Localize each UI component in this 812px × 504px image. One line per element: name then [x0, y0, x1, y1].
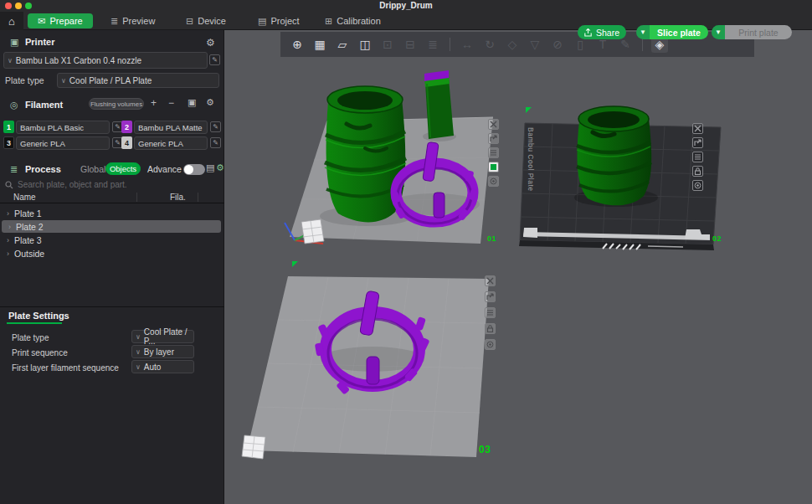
- share-button[interactable]: Share: [578, 25, 626, 39]
- process-objects-toggle[interactable]: Objects: [105, 162, 141, 175]
- tree-row-outside[interactable]: › Outside: [0, 247, 224, 260]
- tab-prepare[interactable]: ✉ Prepare: [28, 13, 93, 28]
- window-title: Drippy_Drum: [0, 1, 812, 10]
- plate-name-icon[interactable]: [488, 147, 499, 158]
- ps-plate-type-select[interactable]: ∨ Cool Plate / P...: [131, 330, 194, 343]
- ps-plate-type-label: Plate type: [12, 333, 49, 342]
- slice-dropdown-button[interactable]: ▼: [636, 25, 650, 39]
- expand-caret-icon[interactable]: ›: [7, 249, 9, 258]
- tab-calibration[interactable]: ⊞ Calibration: [325, 13, 381, 28]
- viewport-3d[interactable]: [224, 30, 812, 504]
- tab-project[interactable]: ▤ Project: [258, 13, 300, 28]
- window-titlebar: Drippy_Drum: [0, 0, 812, 12]
- filament-3-select[interactable]: Generic PLA: [16, 136, 110, 150]
- search-input[interactable]: [18, 180, 210, 189]
- share-icon: [584, 28, 592, 37]
- filament-4-select[interactable]: Generic PLA: [134, 136, 208, 150]
- plate-corner-marker: [526, 107, 532, 113]
- plate-lock-icon[interactable]: [485, 323, 496, 334]
- filament-2-edit-icon[interactable]: ✎: [210, 121, 221, 132]
- plate-3-controls: [485, 275, 496, 350]
- plate-name-icon[interactable]: [485, 307, 496, 318]
- remove-filament-icon[interactable]: −: [168, 97, 174, 109]
- ps-print-seq-select[interactable]: ∨ By layer: [131, 345, 194, 358]
- slice-plate-button[interactable]: Slice plate: [650, 25, 708, 39]
- ps-first-layer-select[interactable]: ∨ Auto: [131, 360, 194, 373]
- ps-print-seq-label: Print sequence: [12, 348, 68, 357]
- plate-2-controls: [692, 123, 703, 191]
- column-divider: [136, 193, 137, 202]
- plate-2-label: 02: [712, 234, 722, 243]
- expand-caret-icon[interactable]: ›: [7, 209, 9, 218]
- add-object-icon[interactable]: ⊕: [289, 36, 306, 53]
- filament-4-badge: 4: [121, 136, 132, 149]
- advance-toggle[interactable]: [183, 164, 205, 175]
- printer-section-header: ▣ Printer ⚙: [0, 33, 224, 50]
- expand-caret-icon[interactable]: ›: [7, 236, 9, 244]
- paste-icon: ⊟: [402, 36, 419, 53]
- tab-device[interactable]: ⊟ Device: [186, 13, 226, 28]
- print-dropdown-button[interactable]: ▼: [712, 25, 725, 39]
- project-icon: ▤: [258, 16, 266, 27]
- expand-caret-icon[interactable]: ›: [8, 223, 11, 231]
- wipe-tower-outline-plate1[interactable]: [301, 219, 324, 244]
- plate-name-icon[interactable]: [692, 152, 703, 162]
- flushing-volumes-button[interactable]: Flushing volumes: [89, 98, 144, 110]
- preview-icon: ≣: [110, 16, 118, 27]
- print-plate-button[interactable]: Print plate: [725, 25, 792, 39]
- filament-2-select[interactable]: Bambu PLA Matte: [134, 121, 208, 134]
- printer-select[interactable]: ∨ Bambu Lab X1 Carbon 0.4 nozzle: [3, 52, 208, 69]
- tree-row-plate3[interactable]: › Plate 3: [0, 234, 224, 246]
- viewport-3d-scene[interactable]: [224, 30, 812, 504]
- auto-orient-icon[interactable]: ▱: [334, 36, 351, 53]
- plate-delete-icon[interactable]: [692, 123, 703, 134]
- tree-row-plate1[interactable]: › Plate 1: [0, 207, 224, 219]
- calibration-icon: ⊞: [325, 16, 332, 27]
- toolbar-separator: [450, 38, 450, 51]
- plate-corner-marker: [292, 261, 298, 267]
- home-button[interactable]: ⌂: [0, 12, 23, 30]
- search-settings-icon[interactable]: ⚙: [216, 162, 224, 173]
- plate-2-name: Bambu Cool Plate: [527, 127, 535, 226]
- rotate-icon: ↻: [481, 36, 498, 53]
- plate-arrange-icon[interactable]: [485, 291, 496, 302]
- plate-delete-icon[interactable]: [488, 119, 499, 130]
- add-filament-icon[interactable]: +: [151, 97, 157, 109]
- chevron-down-icon: ▼: [715, 28, 722, 36]
- process-global-toggle[interactable]: Global: [80, 164, 105, 174]
- plate-arrange-icon[interactable]: [488, 133, 499, 144]
- scale-icon: ◇: [504, 36, 521, 53]
- sync-filament-icon[interactable]: ▣: [188, 97, 196, 108]
- plate-lock-icon[interactable]: [692, 166, 703, 177]
- printer-settings-gear-icon[interactable]: ⚙: [206, 37, 215, 49]
- filament-settings-gear-icon[interactable]: ⚙: [206, 97, 214, 108]
- ps-first-layer-label: First layer filament sequence: [12, 363, 119, 373]
- filament-1-select[interactable]: Bambu PLA Basic: [16, 121, 110, 134]
- add-plate-icon[interactable]: ▦: [311, 36, 328, 53]
- object-drum-plate2[interactable]: [577, 106, 651, 205]
- plate-settings-icon[interactable]: [692, 180, 703, 191]
- printer-edit-icon[interactable]: ✎: [209, 54, 220, 65]
- filament-2-badge: 2: [121, 121, 132, 133]
- plate-type-select[interactable]: ∨ Cool Plate / PLA Plate: [57, 73, 219, 88]
- plate-arrange-icon[interactable]: [692, 137, 703, 148]
- plate-settings-icon[interactable]: [485, 339, 496, 350]
- tree-row-plate2[interactable]: › Plate 2: [2, 220, 221, 233]
- search-icon: [5, 181, 13, 189]
- wipe-tower-outline-plate3[interactable]: [242, 435, 265, 459]
- prepare-icon: ✉: [38, 16, 45, 27]
- plate-delete-icon[interactable]: [485, 275, 496, 286]
- plate-lock-icon[interactable]: [488, 162, 499, 172]
- plate-settings-icon[interactable]: [488, 176, 499, 187]
- filament-1-badge: 1: [3, 121, 14, 133]
- parameter-table-icon[interactable]: ▤: [206, 162, 214, 173]
- filament-4-edit-icon[interactable]: ✎: [210, 137, 221, 148]
- process-icon: ≣: [10, 164, 23, 175]
- tab-preview[interactable]: ≣ Preview: [110, 13, 155, 28]
- chevron-down-icon: ∨: [136, 348, 141, 356]
- plate-type-label: Plate type: [5, 75, 44, 85]
- divider: [0, 306, 224, 307]
- chevron-down-icon: ▼: [640, 28, 646, 36]
- object-prime-tower[interactable]: [424, 70, 454, 139]
- split-objects-icon[interactable]: ◫: [357, 36, 373, 53]
